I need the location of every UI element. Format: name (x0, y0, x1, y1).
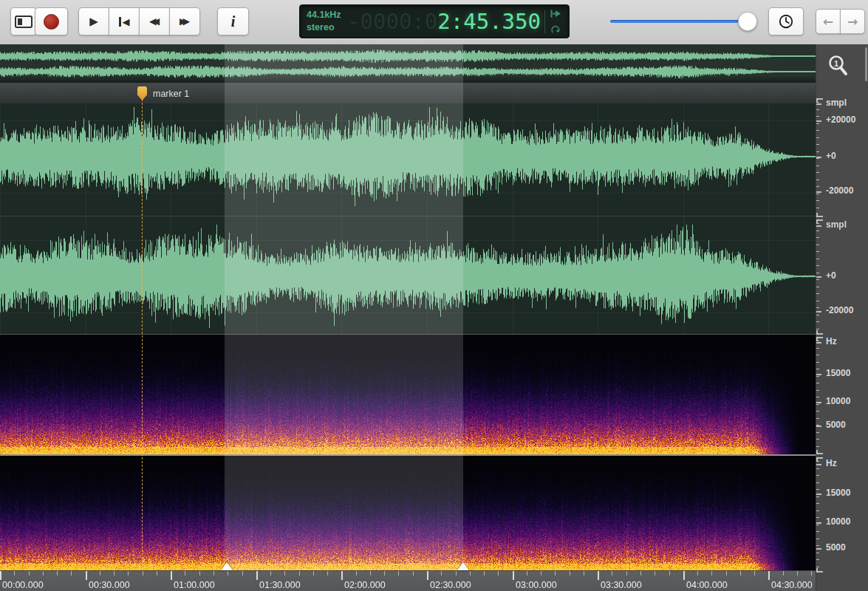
scrollbar-thumb[interactable] (865, 47, 867, 81)
ruler-minor-tick (811, 571, 812, 575)
play-button[interactable]: ▶ (78, 7, 109, 35)
ruler-minor-tick (213, 571, 214, 575)
ruler-minor-tick (398, 571, 399, 575)
fast-forward-button[interactable]: ▶▶ (169, 7, 200, 35)
ruler-minor-tick (655, 571, 655, 575)
scale-tick (816, 404, 819, 405)
scale-tick (816, 525, 819, 525)
record-button[interactable] (35, 7, 68, 35)
scale-tick (816, 539, 819, 539)
scale-tick (816, 376, 819, 377)
ruler-minor-tick (128, 571, 129, 575)
ruler-label: 02:00.000 (344, 580, 386, 590)
time-format-button[interactable] (768, 7, 804, 35)
ruler-major-tick (341, 571, 343, 580)
scale-tick (816, 446, 819, 447)
rewind-button[interactable]: ◀◀ (139, 7, 170, 35)
scale-tick (816, 158, 819, 159)
scale-label-spectrogram_right: 10000 (826, 516, 850, 527)
selection-start-handle[interactable] (221, 562, 233, 570)
ruler-major-tick (683, 571, 685, 580)
scale-label-spectrogram_left: 15000 (826, 368, 850, 378)
sidebar-toggle-button[interactable] (10, 7, 37, 35)
ruler-minor-tick (14, 571, 15, 575)
scale-tick (816, 522, 821, 524)
scale-tick (816, 102, 819, 103)
zoom-one-to-one-icon[interactable]: 1 (827, 55, 850, 78)
back-button[interactable]: ← (816, 9, 841, 34)
ruler-minor-tick (711, 571, 712, 575)
waveform-channel-left-canvas[interactable] (0, 103, 816, 216)
scale-tick (816, 273, 819, 273)
scale-tick (816, 157, 821, 158)
scale-panel: 1 smpl+20000+0-20000smpl+0-20000Hz150001… (816, 44, 868, 591)
scale-tick (816, 341, 819, 341)
spectrogram-channel-right-canvas[interactable] (0, 456, 816, 570)
ruler-minor-tick (29, 571, 30, 575)
scale-tick (816, 450, 818, 454)
ruler-minor-tick (43, 571, 44, 575)
rewind-icon: ◀◀ (149, 17, 160, 27)
time-readout: -0000:02:45.350 (347, 9, 541, 34)
scale-tick (816, 567, 819, 567)
scale-tick (816, 510, 819, 511)
scale-tick (816, 116, 819, 117)
ruler-minor-tick (413, 571, 414, 575)
ruler-minor-tick (797, 571, 798, 575)
scale-tick (816, 276, 821, 278)
scale-tick (816, 180, 819, 180)
scale-tick (816, 439, 819, 440)
forward-button[interactable]: → (840, 9, 865, 34)
scale-tick (816, 402, 821, 403)
ruler-minor-tick (71, 571, 72, 575)
channel-mode: stereo (307, 21, 341, 34)
scale-tick (816, 342, 821, 344)
scale-tick (816, 301, 819, 301)
scale-tick (816, 130, 819, 131)
ruler-minor-tick (228, 571, 228, 575)
zoom-slider-track[interactable] (610, 20, 751, 23)
zoom-slider-knob[interactable] (738, 12, 757, 31)
ruler-label: 04:30.000 (771, 580, 813, 590)
selection-end-handle[interactable] (457, 562, 469, 570)
current-time: 2:45.350 (437, 9, 541, 34)
scale-tick (816, 475, 819, 476)
scale-tick (816, 432, 819, 433)
ruler-minor-tick (441, 571, 442, 575)
ruler-minor-tick (783, 571, 784, 575)
ruler-major-tick (256, 571, 258, 580)
ruler-minor-tick (185, 571, 185, 575)
scale-tick (816, 482, 819, 483)
scale-tick (816, 568, 818, 573)
ruler-minor-tick (370, 571, 371, 575)
overview-strip[interactable] (0, 44, 816, 83)
scale-tick (816, 186, 819, 187)
sidebar-icon (15, 16, 33, 28)
skip-to-start-button[interactable]: ◀ (109, 7, 140, 35)
audio-format-info: 44.1kHz stereo (307, 9, 341, 34)
ruler-minor-tick (527, 571, 527, 575)
clock-icon (778, 13, 794, 30)
toolbar: ▶ ◀ ◀◀ ▶▶ i 44.1kHz stereo -0000:02:45.3… (0, 0, 868, 45)
scale-tick (816, 330, 818, 335)
play-icon: ▶ (89, 16, 98, 27)
scale-tick (816, 411, 819, 411)
loop-icon[interactable] (550, 24, 561, 35)
scale-tick (816, 165, 819, 166)
marker-bar[interactable]: marker 1 (0, 83, 816, 103)
ruler-minor-tick (299, 571, 300, 575)
playhead-position-icon[interactable] (550, 10, 561, 18)
scale-tick (816, 369, 819, 369)
scale-label-waveform_right: smpl (826, 219, 847, 230)
scale-tick (816, 194, 819, 194)
spectrogram-channel-left-canvas[interactable] (0, 336, 816, 454)
ruler-minor-tick (541, 571, 541, 575)
info-button[interactable]: i (217, 7, 249, 35)
scale-tick (816, 517, 819, 518)
overview-waveform-canvas[interactable] (0, 44, 816, 83)
zoom-slider[interactable] (610, 7, 758, 35)
time-ruler[interactable]: 00:00.00000:30.00001:00.00001:30.00002:0… (0, 570, 816, 591)
ruler-minor-tick (626, 571, 627, 575)
waveform-channel-right-canvas[interactable] (0, 216, 816, 334)
ruler-minor-tick (740, 571, 741, 575)
